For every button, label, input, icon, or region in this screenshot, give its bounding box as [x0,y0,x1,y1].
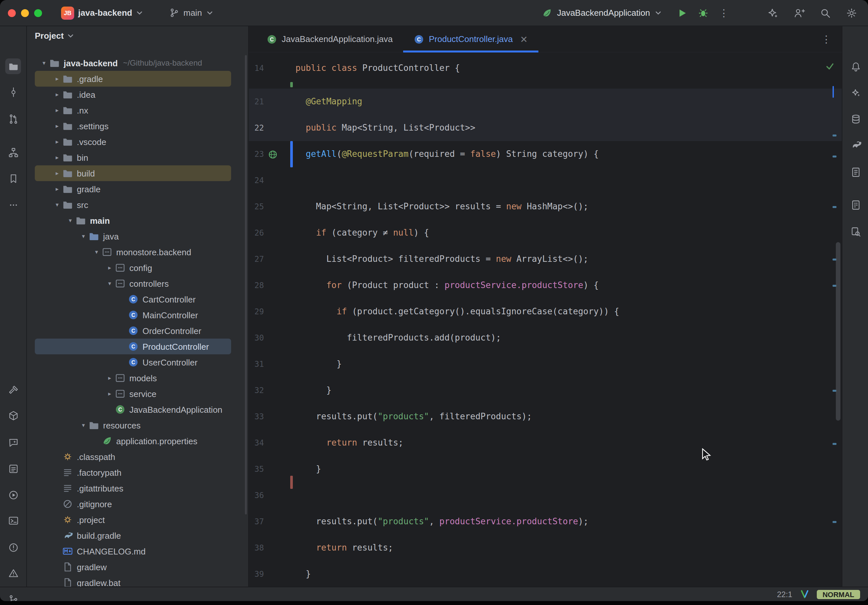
tree-item--gitignore[interactable]: .gitignore [35,496,231,512]
tab-productcontroller[interactable]: C ProductController.java ✕ [403,26,538,52]
tree-item-java[interactable]: ▾java [35,228,231,244]
tree-item--idea[interactable]: ▸.idea [35,87,231,102]
ai-assistant-icon[interactable] [767,7,779,19]
code-line-30[interactable]: 30 filteredProducts.add(product); [249,325,842,351]
chevron-expanded-icon[interactable]: ▾ [39,60,49,66]
vim-mode-badge[interactable]: NORMAL [817,590,860,599]
tree-item-gradle[interactable]: ▸gradle [35,181,231,197]
tree-item-controllers[interactable]: ▾controllers [35,275,231,291]
tree-item--gradle[interactable]: ▸.gradle [35,71,231,87]
run-configuration-selector[interactable]: JavaBackendApplication [538,6,666,20]
project-panel-header[interactable]: Project [27,26,248,45]
line-number[interactable]: 39 [249,561,264,586]
code-line-38[interactable]: 38 return results; [249,535,842,561]
tree-item-build-gradle[interactable]: build.gradle [35,528,231,543]
chevron-expanded-icon[interactable]: ▾ [65,217,76,224]
line-number[interactable]: 21 [249,88,264,115]
tree-item-gradlew-bat[interactable]: gradlew.bat [35,575,231,586]
tab-javabackendapplication[interactable]: C JavaBackendApplication.java [256,26,403,52]
code-line-37[interactable]: 37 results.put("products", productServic… [249,509,842,535]
search-everywhere-icon[interactable] [819,7,831,19]
vim-icon[interactable] [800,590,809,599]
close-window-button[interactable] [8,9,16,17]
code-line-39[interactable]: 39 } [249,561,842,586]
folded-region[interactable] [249,81,842,88]
chevron-collapsed-icon[interactable]: ▸ [52,76,62,82]
line-number[interactable]: 28 [249,272,264,299]
line-number[interactable]: 36 [249,482,264,509]
more-tool-windows-icon[interactable] [5,197,21,213]
tree-item-usercontroller[interactable]: CUserController [35,354,231,370]
tree-item--settings[interactable]: ▸.settings [35,118,231,134]
tree-item-main[interactable]: ▾main [35,213,231,228]
line-number[interactable]: 33 [249,404,264,430]
caret-position[interactable]: 22:1 [777,590,792,599]
chevron-expanded-icon[interactable]: ▾ [91,249,102,255]
tree-item-java-backend[interactable]: ▾java-backend~/Github/java-backend [35,55,231,71]
line-number[interactable]: 38 [249,535,264,561]
tree-item-bin[interactable]: ▸bin [35,150,231,166]
ai-chat-tool-icon[interactable] [5,435,21,450]
code-line-27[interactable]: 27 List<Product> filteredProducts = new … [249,246,842,272]
tree-item-service[interactable]: ▸service [35,386,231,402]
tree-item--vscode[interactable]: ▸.vscode [35,134,231,150]
code-line-34[interactable]: 34 return results; [249,430,842,456]
project-tool-icon[interactable] [5,59,21,74]
code-line-26[interactable]: 26 if (category ≠ null) { [249,220,842,246]
code-with-me-icon[interactable] [793,7,805,19]
code-line-21[interactable]: 21 @GetMapping [249,88,842,115]
debug-button[interactable] [698,8,708,18]
code-line-14[interactable]: 14public class ProductController { [249,55,842,81]
chevron-collapsed-icon[interactable]: ▸ [52,154,62,161]
chevron-expanded-icon[interactable]: ▾ [78,233,88,240]
line-number[interactable]: 27 [249,246,264,272]
chevron-collapsed-icon[interactable]: ▸ [52,138,62,145]
version-control-tool-icon[interactable] [5,591,21,601]
line-number[interactable]: 14 [249,55,264,81]
project-selector[interactable]: JB java-backend [56,4,148,21]
chevron-collapsed-icon[interactable]: ▸ [52,186,62,192]
endpoint-icon[interactable] [264,141,290,167]
code-line-29[interactable]: 29 if (product.getCategory().equalsIgnor… [249,299,842,325]
code-line-32[interactable]: 32 } [249,377,842,404]
database-tool-icon[interactable] [848,111,863,127]
tree-item-src[interactable]: ▾src [35,197,231,213]
close-tab-icon[interactable]: ✕ [520,34,527,43]
tree-item-build[interactable]: ▸build [35,166,231,181]
documentation-tool-icon[interactable] [848,224,863,240]
structure-tool-icon[interactable] [5,144,21,160]
code-line-35[interactable]: 35 } [249,456,842,482]
tree-item-monostore-backend[interactable]: ▾monostore.backend [35,244,231,260]
build-tool-icon[interactable] [5,382,21,398]
terminal-tool-icon[interactable] [5,512,21,528]
line-number[interactable]: 26 [249,220,264,246]
chevron-expanded-icon[interactable]: ▾ [52,201,62,208]
problems-tool-icon[interactable] [5,539,21,555]
zoom-window-button[interactable] [34,9,42,17]
pull-requests-icon[interactable] [5,111,21,127]
tree-item--factorypath[interactable]: .factorypath [35,464,231,480]
tree-item--gitattributes[interactable]: .gitattributes [35,480,231,496]
tree-item-productcontroller[interactable]: CProductController [35,339,231,354]
notifications-icon[interactable] [848,59,863,74]
more-run-actions-icon[interactable]: ⋮ [719,8,729,18]
chevron-collapsed-icon[interactable]: ▸ [104,265,115,271]
tree-item-changelog-md[interactable]: CHANGELOG.md [35,543,231,559]
chevron-expanded-icon[interactable]: ▾ [104,280,115,287]
warnings-tool-icon[interactable] [5,565,21,581]
tree-item-resources[interactable]: ▾resources [35,417,231,433]
code-line-28[interactable]: 28 for (Product product : productService… [249,272,842,299]
line-number[interactable]: 34 [249,430,264,456]
line-number[interactable]: 32 [249,377,264,404]
editor-scrollbar[interactable] [836,242,840,421]
code-line-23[interactable]: 23 getAll(@RequestParam(required = false… [249,141,842,167]
chevron-collapsed-icon[interactable]: ▸ [52,91,62,98]
bookmarks-tool-icon[interactable] [5,170,21,186]
line-number[interactable]: 24 [249,167,264,193]
commit-tool-icon[interactable] [5,84,21,100]
tree-item-ordercontroller[interactable]: COrderController [35,323,231,339]
chevron-collapsed-icon[interactable]: ▸ [52,123,62,129]
code-line-22[interactable]: 22 public Map<String, List<Product>> [249,115,842,141]
project-scrollbar[interactable] [245,55,247,514]
ai-assistant-tool-icon[interactable] [848,85,863,101]
